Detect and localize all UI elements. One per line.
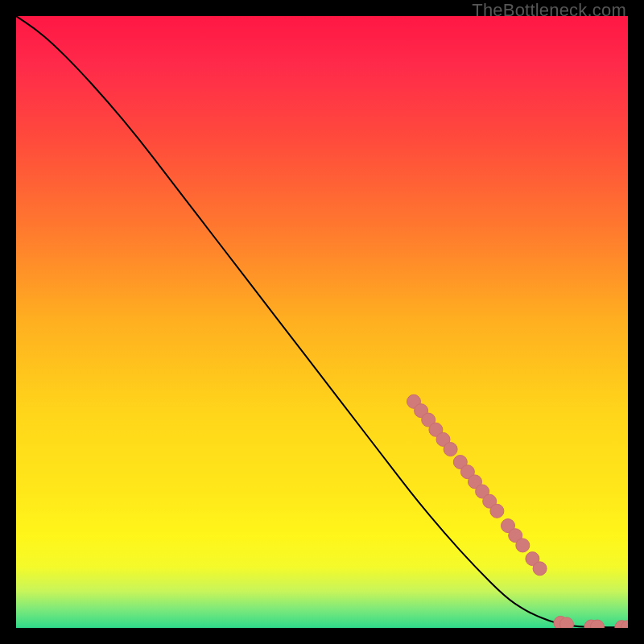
- chart-root: TheBottleneck.com: [0, 0, 644, 644]
- bottleneck-chart: [16, 16, 628, 628]
- data-point-marker: [490, 504, 504, 518]
- data-point-marker: [560, 617, 574, 628]
- chart-background: [16, 16, 628, 628]
- data-point-marker: [533, 562, 547, 576]
- data-point-marker: [516, 539, 530, 552]
- data-point-marker: [444, 443, 457, 456]
